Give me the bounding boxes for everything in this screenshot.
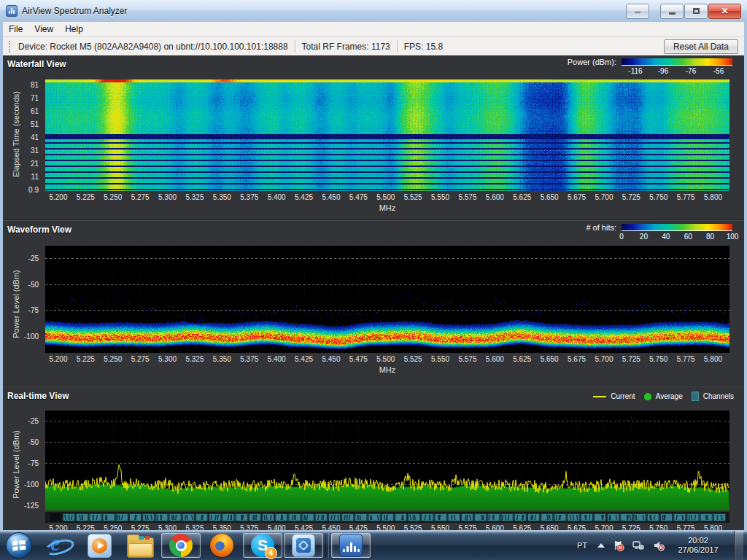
x-axis-tick-label: 5.425 (295, 524, 313, 530)
x-axis-tick-label: 5.700 (595, 524, 613, 530)
toolbar-grip (9, 41, 12, 52)
x-axis-tick-label: 5.525 (404, 524, 422, 530)
maximize-button[interactable] (684, 4, 708, 19)
hits-colorbar-ticks: 020406080100 (622, 232, 732, 241)
y-axis-tick-label: -100 (24, 332, 39, 341)
x-axis-tick-label: 5.500 (376, 193, 395, 201)
x-axis-tick-label: 5.775 (677, 524, 695, 530)
action-center-flag-icon[interactable] (612, 540, 624, 551)
menu-view[interactable]: View (28, 23, 59, 36)
show-hidden-icons-button[interactable] (597, 543, 605, 548)
resize-button[interactable]: ⇔ (626, 4, 649, 19)
reset-all-data-button[interactable]: Reset All Data (664, 39, 738, 54)
y-axis-tick-label: 0.9 (28, 186, 39, 194)
title-bar[interactable]: AirView Spectrum Analyzer ⇔ ✕ (0, 0, 747, 22)
taskbar-chrome[interactable] (161, 533, 201, 558)
colorbar-tick-label: 60 (684, 233, 692, 241)
y-axis-tick-label: 71 (31, 94, 39, 102)
colorbar-tick-label: 20 (640, 233, 648, 241)
airview-icon (339, 534, 363, 557)
rf-frames-status: Total RF Frames: 1173 (302, 42, 390, 52)
x-axis-tick-label: 5.325 (185, 524, 204, 530)
x-axis-tick-label: 5.625 (513, 524, 531, 530)
show-desktop-button[interactable] (734, 531, 743, 560)
realtime-x-ticks: 5.2005.2255.2505.2755.3005.3255.3505.375… (45, 524, 729, 530)
taskbar-vmware[interactable] (284, 533, 323, 558)
x-axis-tick-label: 5.400 (268, 193, 286, 201)
clock-time: 20:02 (688, 536, 708, 545)
x-axis-tick-label: 5.800 (704, 193, 722, 201)
power-colorbar-ticks: -116-96-76-56 (622, 66, 732, 76)
menu-file[interactable]: File (3, 23, 28, 36)
waveform-plot-canvas (45, 246, 729, 353)
toolbar-separator (295, 40, 295, 52)
colorbar-tick-label: 80 (706, 233, 714, 241)
media-player-icon (88, 534, 112, 558)
language-indicator[interactable]: PT (574, 540, 590, 551)
menu-bar: File View Help (3, 22, 744, 37)
legend-channels-label: Channels (703, 392, 734, 400)
clock[interactable]: 20:02 27/06/2017 (673, 536, 724, 555)
x-axis-tick-label: 5.450 (322, 524, 340, 530)
x-axis-tick-label: 5.325 (185, 193, 204, 201)
waveform-title: Waveform View (7, 225, 71, 235)
taskbar-internet-explorer[interactable]: e (39, 533, 78, 558)
network-icon[interactable] (632, 540, 645, 551)
x-axis-tick-label: 5.400 (268, 355, 286, 363)
x-axis-tick-label: 5.675 (568, 355, 586, 363)
x-axis-tick-label: 5.600 (486, 355, 504, 363)
x-axis-tick-label: 5.650 (541, 355, 559, 363)
hits-colorbar (622, 224, 732, 231)
window-controls: ⇔ ✕ (626, 4, 741, 19)
x-axis-tick-label: 5.200 (49, 193, 67, 201)
taskbar: e 4 PT (0, 531, 747, 560)
x-axis-tick-label: 5.475 (349, 355, 368, 363)
minimize-button[interactable] (660, 4, 684, 19)
x-axis-tick-label: 5.225 (77, 355, 95, 363)
x-axis-tick-label: 5.625 (513, 193, 531, 201)
x-axis-tick-label: 5.325 (185, 355, 204, 363)
start-button[interactable] (1, 533, 37, 558)
taskbar-airview[interactable] (331, 533, 371, 558)
colorbar-tick-label: 0 (619, 233, 624, 241)
volume-muted-icon[interactable] (652, 540, 665, 551)
taskbar-divider (325, 533, 329, 558)
realtime-panel: Real-time View Current Average Channels … (3, 386, 744, 530)
vmware-icon (292, 534, 315, 557)
x-axis-tick-label: 5.200 (49, 524, 67, 530)
taskbar-file-explorer[interactable] (120, 533, 160, 558)
y-axis-tick-label: 51 (31, 120, 39, 128)
waterfall-plot (45, 79, 729, 191)
x-axis-tick-label: 5.750 (649, 524, 667, 530)
x-axis-tick-label: 5.400 (268, 524, 286, 530)
toolbar-separator (397, 40, 398, 52)
realtime-plot-canvas (45, 411, 729, 510)
x-axis-tick-label: 5.200 (49, 355, 67, 363)
taskbar-firefox[interactable] (202, 533, 241, 558)
x-axis-tick-label: 5.450 (322, 355, 340, 363)
y-axis-tick-label: -75 (28, 459, 39, 467)
skype-icon: 4 (251, 534, 274, 557)
folder-icon (127, 537, 154, 558)
x-axis-tick-label: 5.500 (376, 355, 395, 363)
legend-average-label: Average (656, 392, 683, 400)
x-axis-tick-label: 5.775 (677, 193, 695, 201)
power-colorbar-legend: Power (dBm): -116-96-76-56 (550, 58, 732, 76)
app-window: AirView Spectrum Analyzer ⇔ ✕ File View … (0, 0, 747, 533)
realtime-plot (45, 411, 729, 510)
waterfall-plot-canvas (45, 79, 729, 191)
taskbar-skype[interactable]: 4 (243, 533, 282, 558)
close-button[interactable]: ✕ (708, 4, 741, 19)
x-axis-tick-label: 5.275 (131, 355, 150, 363)
x-axis-tick-label: 5.725 (622, 524, 640, 530)
taskbar-media-player[interactable] (80, 533, 119, 558)
x-axis-tick-label: 5.600 (486, 524, 504, 530)
x-axis-tick-label: 5.375 (240, 355, 258, 363)
y-axis-tick-label: -25 (28, 416, 39, 424)
y-axis-tick-label: -25 (28, 254, 39, 262)
x-axis-tick-label: 5.725 (622, 355, 640, 363)
menu-help[interactable]: Help (59, 23, 89, 36)
colorbar-tick-label: -96 (658, 67, 668, 75)
x-axis-tick-label: 5.650 (541, 193, 559, 201)
x-axis-tick-label: 5.625 (513, 355, 531, 363)
